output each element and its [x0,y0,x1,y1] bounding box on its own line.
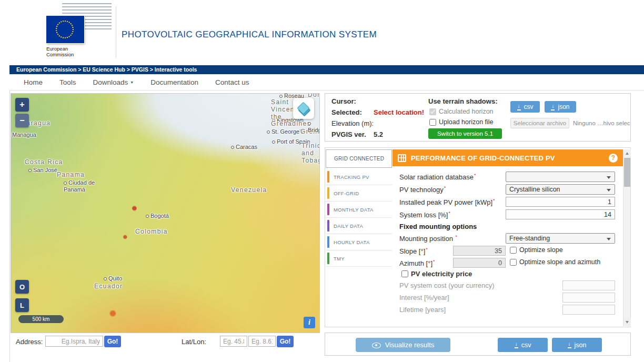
system-loss-input[interactable] [506,209,615,219]
optimize-slope-label: Optimize slope [519,246,563,254]
tab-grid-connected[interactable]: GRID CONNECTED [326,149,392,168]
tab-color-bar [327,204,329,215]
tab-color-bar [327,187,329,199]
tab-color-bar [327,220,329,232]
csv-download-button[interactable]: ↓ csv [510,101,540,113]
tab-label: HOURLY DATA [334,239,370,245]
zoom-out-button[interactable]: − [15,114,29,127]
page-title: PHOTOVOLTAIC GEOGRAPHICAL INFORMATION SY… [122,29,377,40]
mounting-value: Free-standing [509,235,550,242]
download-icon: ↓ [551,104,555,110]
labels-toggle-button[interactable]: L [15,298,29,312]
slope-input[interactable] [453,246,506,256]
calculated-horizon-checkbox[interactable] [429,108,436,115]
solar-db-label: Solar radiation database* [399,173,476,181]
footer-csv-button[interactable]: ↓ csv [498,338,548,352]
optimize-both-checkbox[interactable] [510,259,517,266]
solar-database-select[interactable] [506,172,615,182]
header: European Commission PHOTOVOLTAIC GEOGRAP… [9,0,644,65]
tab-label: TRACKING PV [334,174,369,180]
lat-input[interactable] [220,336,247,347]
eu-stars-icon [56,21,74,38]
tab-label: MONTHLY DATA [334,207,374,213]
tab-label: DAILY DATA [334,223,363,229]
eu-flag-logo[interactable] [46,16,84,43]
main-nav: Home Tools Downloads▼ Documentation Cont… [9,74,644,91]
header-divider [116,6,116,58]
calculated-horizon-row: Calculated horizon [429,108,494,115]
address-input[interactable] [45,336,103,347]
nav-home[interactable]: Home [24,78,43,86]
tab-color-bar [327,253,329,264]
nav-downloads-label: Downloads [93,78,128,86]
nav-downloads[interactable]: Downloads▼ [93,78,134,86]
scroll-up-button[interactable] [623,149,631,157]
azimuth-input[interactable] [453,258,506,268]
footer-json-button[interactable]: ↓ json [552,338,602,352]
optimize-slope-checkbox[interactable] [510,247,517,254]
form-title: PERFORMANCE OF GRID-CONNECTED PV [411,154,555,162]
help-icon[interactable]: ? [609,154,618,163]
fixed-mounting-title: Fixed mounting options [399,223,477,230]
nav-contact[interactable]: Contact us [215,78,249,86]
pv-price-checkbox[interactable] [401,270,408,277]
map-label: San José [28,167,57,174]
lifetime-input[interactable] [562,305,615,315]
selected-value: Select location! [374,108,424,116]
map[interactable]: Nicaragua Managua Costa Rica San José Pa… [11,93,320,333]
mounting-position-label: Mounting position * [399,234,457,243]
map-label: Ecuador [94,283,123,290]
tab-monthly-data[interactable]: MONTHLY DATA [326,202,392,218]
upload-horizon-checkbox[interactable] [429,119,436,126]
peak-power-label: Installed peak PV power [kWp]* [399,198,495,206]
nav-tools[interactable]: Tools [59,78,76,86]
pv-technology-select[interactable]: Crystalline silicon [506,184,615,195]
info-button[interactable]: i [304,317,315,328]
tab-daily-data[interactable]: DAILY DATA [326,218,392,234]
switch-version-button[interactable]: Switch to version 5.1 [428,128,502,139]
system-cost-input[interactable] [562,280,615,290]
mounting-position-select[interactable]: Free-standing [506,233,615,244]
download-icon: ↓ [515,341,518,348]
file-select-button[interactable]: Seleccionar archivo [510,118,569,128]
system-loss-label: System loss [%]* [399,210,450,219]
version-value: 5.2 [374,130,383,138]
tab-color-bar [327,171,329,183]
slope-label: Slope [°]* [399,247,428,255]
tab-off-grid[interactable]: OFF-GRID [326,185,392,202]
interest-input[interactable] [562,293,615,303]
map-label: Bridgetown [308,120,320,133]
map-label: Costa Rica [25,159,63,166]
cursor-label: Cursor: [331,97,356,105]
tab-label: TMY [334,256,345,262]
visualize-results-button[interactable]: Visualize results [356,338,450,352]
json-download-button[interactable]: ↓ json [545,101,576,113]
zoom-in-button[interactable]: + [15,98,29,112]
map-label: Colombia [135,228,168,236]
overlay-toggle-button[interactable]: O [15,280,29,294]
form-header: PERFORMANCE OF GRID-CONNECTED PV ? [393,149,623,166]
chevron-down-icon: ▼ [130,81,134,84]
map-label: Venezuela [231,187,267,194]
map-scale: 500 km [18,315,64,323]
eye-icon [372,341,381,348]
tab-hourly-data[interactable]: HOURLY DATA [326,234,392,250]
form-scrollbar[interactable] [623,149,630,326]
scrollbar-thumb[interactable] [624,158,630,187]
pv-tech-value: Crystalline silicon [509,186,560,193]
breadcrumb[interactable]: European Commission > EU Science Hub > P… [9,65,644,74]
file-status-text: Ninguno …hivo selec [573,120,630,126]
upload-horizon-label: Upload horizon file [439,118,494,126]
address-go-button[interactable]: Go! [104,336,121,347]
ec-logo-text: European Commission [46,46,74,58]
scroll-down-button[interactable] [623,318,631,326]
nav-documentation[interactable]: Documentation [150,78,198,86]
lon-input[interactable] [248,336,276,347]
footer-panel: Visualize results ↓ csv ↓ json [325,333,631,356]
layers-control[interactable] [293,98,314,119]
tab-tmy[interactable]: TMY [326,250,392,267]
peak-power-input[interactable] [506,197,615,207]
status-panel: Cursor: Selected: Select location! Eleva… [325,93,631,142]
latlon-go-button[interactable]: Go! [277,336,294,347]
tab-tracking-pv[interactable]: TRACKING PV [326,169,392,185]
